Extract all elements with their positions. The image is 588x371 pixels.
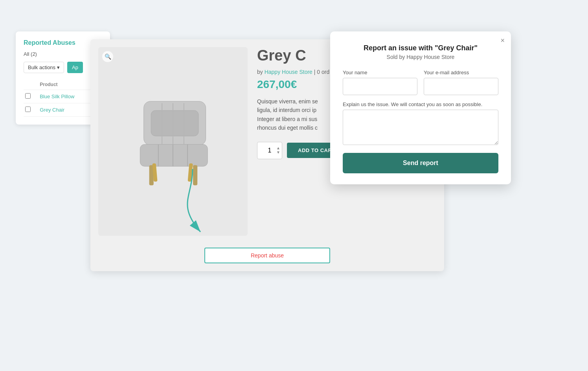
apply-button[interactable]: Ap [67, 62, 83, 73]
modal-subtitle: Sold by Happy House Store [343, 54, 498, 60]
row-checkbox-2[interactable] [25, 107, 31, 112]
modal-close-button[interactable]: × [500, 37, 505, 44]
explain-label: Explain us the issue. We will contact yo… [343, 101, 498, 107]
modal-form-row: Your name Your e-mail address [343, 70, 498, 95]
product-link-1[interactable]: Blue Silk Pillow [40, 94, 74, 99]
name-field: Your name [343, 70, 417, 95]
svg-rect-1 [140, 144, 208, 166]
email-label: Your e-mail address [424, 70, 498, 75]
zoom-icon[interactable]: 🔍 [102, 51, 113, 62]
product-link-2[interactable]: Grey Chair [40, 107, 64, 113]
qty-down-icon[interactable]: ▼ [276, 151, 280, 154]
modal-title: Report an issue with "Grey Chair" [343, 44, 498, 52]
bulk-actions-button[interactable]: Bulk actions ▾ [24, 62, 64, 73]
report-modal: × Report an issue with "Grey Chair" Sold… [330, 31, 511, 184]
row-checkbox-1[interactable] [25, 93, 31, 99]
chevron-down-icon: ▾ [57, 64, 60, 70]
name-input[interactable] [343, 78, 417, 95]
product-image-area: 🔍 [98, 47, 248, 236]
send-report-button[interactable]: Send report [343, 153, 498, 173]
report-abuse-row: Report abuse [90, 244, 444, 271]
svg-rect-2 [151, 110, 198, 136]
email-field: Your e-mail address [424, 70, 498, 95]
svg-rect-10 [193, 165, 197, 185]
product-image [126, 90, 220, 193]
qty-up-icon[interactable]: ▲ [276, 146, 280, 150]
report-abuse-button[interactable]: Report abuse [204, 248, 330, 263]
email-input[interactable] [424, 78, 498, 95]
quantity-input[interactable]: 1 ▲ ▼ [257, 142, 282, 159]
issue-textarea[interactable] [343, 110, 498, 145]
name-label: Your name [343, 70, 417, 75]
seller-link[interactable]: Happy House Store [265, 69, 312, 75]
